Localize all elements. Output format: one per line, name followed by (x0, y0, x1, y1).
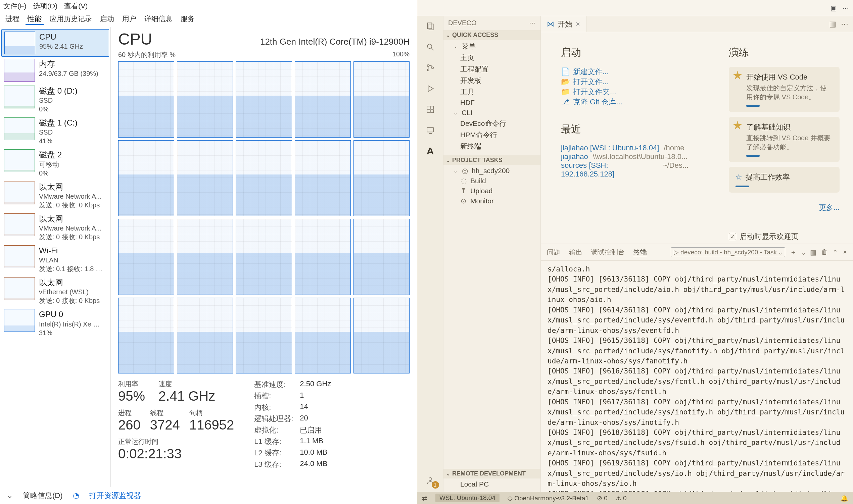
extensions-icon[interactable] (424, 103, 437, 116)
tab-more-icon[interactable]: ⋯ (841, 20, 848, 29)
qa-cli-item[interactable]: HPM命令行 (443, 129, 540, 141)
more-icon[interactable]: ⋯ (842, 4, 849, 12)
qa-cli-item[interactable]: 新终端 (443, 141, 540, 152)
error-count[interactable]: ⊘ 0 (597, 494, 608, 502)
tab-services[interactable]: 服务 (179, 14, 197, 25)
qa-item[interactable]: 工程配置 (443, 64, 540, 75)
warning-count[interactable]: ⚠ 0 (616, 494, 627, 502)
start-link[interactable]: ⎇克隆 Git 仓库... (561, 97, 689, 107)
item-sub2: 0% (39, 169, 62, 178)
menu-file[interactable]: 文件(F) (3, 1, 26, 11)
layout-icon[interactable]: ▣ (831, 4, 837, 12)
panel-tab-debug[interactable]: 调试控制台 (591, 248, 625, 257)
walkthrough-card[interactable]: 开始使用 VS Code发现最佳的自定义方法，使用你的专属 VS Code。 (729, 67, 839, 112)
search-icon[interactable] (424, 40, 437, 54)
debug-icon[interactable] (424, 82, 437, 95)
menu-view[interactable]: 查看(V) (64, 1, 88, 11)
terminal-dropdown-icon[interactable]: ⌵ (801, 248, 805, 256)
menu-options[interactable]: 选项(O) (33, 1, 57, 11)
cpu-core-chart (177, 140, 233, 216)
terminal-output[interactable]: s/alloca.h [OHOS INFO] [9613/36118] COPY… (541, 261, 853, 492)
recent-item[interactable]: sources [SSH: 192.168.25.128]~/Des... (561, 161, 689, 179)
start-link[interactable]: 📁打开文件夹... (561, 87, 689, 97)
sidebar-item[interactable]: 磁盘 0 (D:) SSD 0% (1, 84, 109, 115)
svg-point-5 (427, 69, 429, 71)
tab-users[interactable]: 用户 (120, 14, 138, 25)
qa-item[interactable]: 主页 (443, 52, 540, 64)
tab-details[interactable]: 详细信息 (142, 14, 175, 25)
split-terminal-icon[interactable]: ▥ (810, 248, 816, 256)
walkthrough-card[interactable]: ☆提高工作效率 (729, 167, 839, 193)
qa-item[interactable]: HDF (443, 98, 540, 108)
task-indicator[interactable]: ▷ deveco: build - hh_scdy200 - Task ⌵ (671, 247, 785, 257)
sidebar-item[interactable]: 以太网 vEthernet (WSL) 发送: 0 接收: 0 Kbps (1, 275, 109, 307)
deveco-icon[interactable]: A (424, 144, 437, 158)
git-tag[interactable]: ◇ OpenHarmony-v3.2-Beta1 (508, 494, 589, 502)
cpu-core-chart (177, 219, 233, 295)
checkbox-icon[interactable]: ✓ (729, 233, 736, 240)
scm-icon[interactable] (424, 61, 437, 74)
sidebar-more-icon[interactable]: ⋯ (529, 19, 536, 27)
project-root[interactable]: ⌄◎hh_scdy200 (443, 166, 540, 176)
section-project-tasks[interactable]: ⌄PROJECT TASKS (443, 155, 540, 165)
close-panel-icon[interactable]: × (843, 248, 847, 256)
qa-item[interactable]: 工具 (443, 86, 540, 98)
section-quick-access[interactable]: ⌄QUICK ACCESS (443, 30, 540, 40)
menubar: 文件(F) 选项(O) 查看(V) (0, 0, 417, 12)
kill-terminal-icon[interactable]: 🗑 (821, 248, 828, 256)
link-icon: ⎇ (561, 98, 569, 106)
panel-tab-terminal[interactable]: 终端 (634, 248, 647, 257)
project-task[interactable]: ⤒Upload (443, 186, 540, 196)
show-welcome-check[interactable]: ✓ 启动时显示欢迎页 (729, 232, 839, 241)
sidebar-item[interactable]: GPU 0 Intel(R) Iris(R) Xe Gr... 31% (1, 307, 109, 339)
tab-app-history[interactable]: 应用历史记录 (48, 14, 94, 25)
tab-welcome[interactable]: ⋈ 开始 × (541, 16, 586, 32)
account-icon[interactable]: 1 (424, 474, 437, 487)
new-terminal-icon[interactable]: ＋ (790, 248, 797, 257)
start-link[interactable]: 📄新建文件... (561, 67, 689, 77)
open-resmon-link[interactable]: 打开资源监视器 (89, 490, 141, 501)
section-remote-dev[interactable]: ⌄REMOTE DEVELOPMENT (443, 469, 540, 479)
qa-cli-item[interactable]: DevEco命令行 (443, 118, 540, 129)
wsl-status[interactable]: WSL: Ubuntu-18.04 (436, 493, 499, 502)
sidebar-item[interactable]: 磁盘 2 可移动 0% (1, 147, 109, 179)
sidebar-item[interactable]: Wi-Fi WLAN 发送: 0.1 接收: 1.8 Mb (1, 243, 109, 275)
qa-cli[interactable]: ⌄CLI (443, 108, 540, 118)
chevron-down-icon[interactable]: ⌄ (7, 491, 13, 500)
notification-icon[interactable]: 🔔 (840, 494, 848, 502)
brief-info-link[interactable]: 简略信息(D) (23, 490, 63, 501)
panel-tab-output[interactable]: 输出 (569, 248, 583, 257)
maximize-panel-icon[interactable]: ⌃ (833, 248, 838, 256)
walkthrough-card[interactable]: 了解基础知识直接跳转到 VS Code 并概要了解必备功能。 (729, 117, 839, 162)
panel-tab-problems[interactable]: 问题 (547, 248, 560, 257)
project-task[interactable]: ⊙Monitor (443, 196, 540, 206)
detail-val: 2.50 GHz (300, 379, 331, 390)
remote-icon[interactable] (424, 124, 437, 137)
project-task[interactable]: ◌Build (443, 176, 540, 186)
remote-status-icon[interactable]: ⇄ (422, 494, 427, 502)
sidebar-item[interactable]: CPU 95% 2.41 GHz (1, 29, 109, 57)
split-icon[interactable]: ▥ (829, 20, 836, 29)
tab-performance[interactable]: 性能 (25, 14, 43, 25)
sidebar-item[interactable]: 磁盘 1 (C:) SSD 41% (1, 115, 109, 147)
recent-item[interactable]: jiajiahao [WSL: Ubuntu-18.04]/home (561, 144, 689, 152)
recent-item[interactable]: jiajiahao\\wsl.localhost\Ubuntu-18.0... (561, 152, 689, 161)
explorer-icon[interactable] (424, 19, 437, 33)
more-link[interactable]: 更多... (729, 203, 839, 213)
start-link[interactable]: 📂打开文件... (561, 77, 689, 87)
cpu-device: 12th Gen Intel(R) Core(TM) i9-12900H (260, 37, 410, 47)
qa-item[interactable]: 开发板 (443, 75, 540, 86)
sidebar-item[interactable]: 内存 24.9/63.7 GB (39%) (1, 57, 109, 84)
remote-local-pc[interactable]: Local PC (443, 479, 540, 489)
detail-val: 已启用 (300, 425, 331, 435)
link-icon: 📂 (561, 77, 569, 86)
close-tab-icon[interactable]: × (576, 20, 580, 29)
tab-processes[interactable]: 进程 (3, 14, 21, 25)
panel-tabs: 问题 输出 调试控制台 终端 ▷ deveco: build - hh_scdy… (541, 244, 853, 261)
sidebar-item[interactable]: 以太网 VMware Network A... 发送: 0 接收: 0 Kbps (1, 211, 109, 243)
sidebar-item[interactable]: 以太网 VMware Network A... 发送: 0 接收: 0 Kbps (1, 180, 109, 211)
detail-key: 虚拟化: (254, 425, 293, 435)
titlebar: ▣ ⋯ (417, 0, 853, 16)
tab-startup[interactable]: 启动 (98, 14, 116, 25)
qa-menu[interactable]: ⌄菜单 (443, 41, 540, 52)
